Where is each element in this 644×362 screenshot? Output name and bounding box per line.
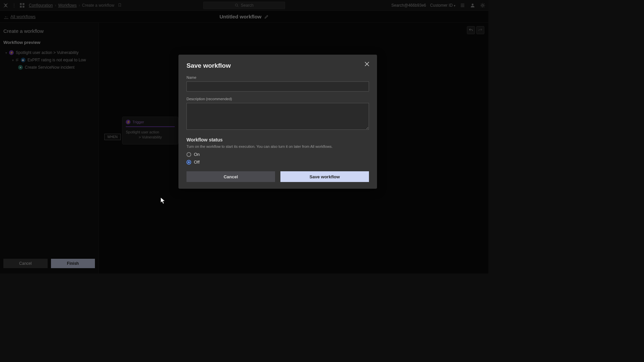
radio-icon (186, 160, 191, 165)
name-label: Name (186, 75, 369, 79)
modal-cancel-button[interactable]: Cancel (186, 171, 275, 182)
modal-title: Save workflow (186, 62, 369, 69)
name-input[interactable] (186, 81, 369, 92)
workflow-status-title: Workflow status (186, 137, 369, 142)
description-input[interactable] (186, 103, 369, 130)
description-label: Description (recommended) (186, 97, 369, 101)
radio-on[interactable]: On (186, 152, 369, 157)
radio-icon (186, 152, 191, 157)
modal-save-button[interactable]: Save workflow (280, 171, 369, 182)
save-workflow-modal: Save workflow Name Description (recommen… (178, 55, 377, 189)
workflow-status-hint: Turn on the workflow to start its execut… (186, 144, 369, 148)
radio-off[interactable]: Off (186, 160, 369, 165)
close-icon[interactable] (362, 59, 372, 69)
